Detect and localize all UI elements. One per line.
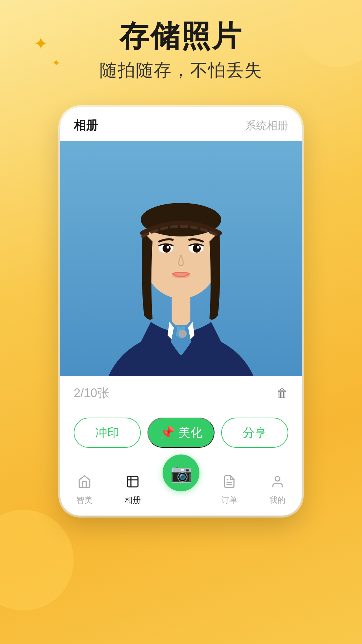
svg-point-7 (163, 245, 171, 253)
camera-fab-button[interactable]: 📷 (163, 454, 199, 491)
share-button[interactable]: 分享 (221, 418, 288, 448)
pin-icon: 📌 (160, 426, 175, 440)
nav-item-profile[interactable]: 我的 (253, 475, 302, 505)
photo-info-bar: 2/10张 🗑 (60, 376, 302, 411)
photo-display (60, 141, 302, 376)
main-title: 存储照片 (0, 20, 362, 53)
orders-icon (222, 475, 236, 492)
tab-system-album[interactable]: 系统相册 (245, 118, 288, 133)
profile-icon (270, 475, 285, 492)
sub-title: 随拍随存，不怕丢失 (0, 59, 362, 82)
total-photo-count: 10 (84, 386, 97, 400)
home-icon (77, 475, 92, 492)
photo-unit: 张 (97, 386, 109, 400)
nav-item-zhimei[interactable]: 智美 (60, 475, 109, 505)
tab-album-active[interactable]: 相册 (74, 117, 98, 134)
print-button[interactable]: 冲印 (74, 418, 141, 448)
beautify-button[interactable]: 📌 美化 (147, 418, 215, 448)
current-photo-number: 2 (74, 386, 80, 400)
photo-separator: / (80, 386, 84, 400)
photo-count-display: 2/10张 (74, 385, 109, 401)
nav-label-profile: 我的 (269, 495, 286, 505)
nav-label-album: 相册 (125, 495, 141, 505)
svg-point-1 (179, 330, 187, 338)
svg-point-10 (197, 246, 199, 249)
bottom-navigation: 📷 智美 相册 (60, 468, 302, 516)
blob-decoration-bottom (0, 510, 74, 610)
photo-background (60, 141, 302, 376)
camera-icon: 📷 (170, 463, 192, 483)
album-icon (126, 475, 140, 492)
svg-point-9 (167, 246, 169, 249)
nav-label-orders: 订单 (221, 495, 237, 505)
nav-item-orders[interactable]: 订单 (205, 475, 253, 505)
delete-button[interactable]: 🗑 (276, 386, 288, 400)
phone-mockup: 相册 系统相册 (60, 107, 302, 516)
action-buttons-row: 冲印 📌 美化 分享 (60, 411, 302, 458)
nav-item-album[interactable]: 相册 (109, 475, 157, 505)
svg-point-15 (275, 476, 280, 481)
nav-label-zhimei: 智美 (76, 495, 93, 505)
svg-rect-12 (127, 476, 138, 487)
svg-point-11 (172, 272, 190, 278)
portrait-image (97, 148, 265, 376)
svg-point-8 (193, 245, 201, 253)
phone-tab-bar: 相册 系统相册 (60, 107, 302, 141)
header-area: 存储照片 随拍随存，不怕丢失 (0, 20, 362, 82)
